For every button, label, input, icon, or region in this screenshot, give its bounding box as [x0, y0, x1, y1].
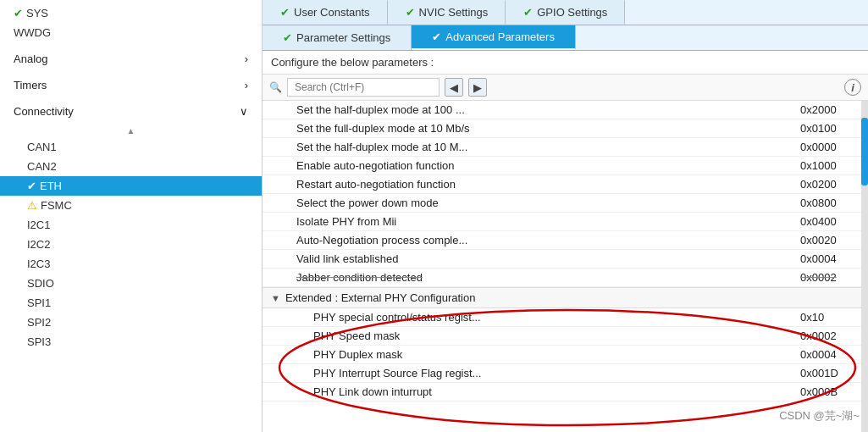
sub-param-name: PHY Duplex mask	[313, 348, 800, 361]
watermark: CSDN @芫~湖~	[779, 408, 860, 424]
nav-next-button[interactable]: ▶	[468, 78, 487, 97]
param-row: Set the full-duplex mode at 10 Mb/s 0x01…	[263, 119, 868, 138]
param-name: Set the half-duplex mode at 100 ...	[296, 103, 800, 116]
tabs-row1: ✔ User Constants ✔ NVIC Settings ✔ GPIO …	[263, 0, 868, 25]
scrollbar-thumb[interactable]	[861, 118, 868, 186]
scrollbar-track[interactable]	[861, 101, 868, 432]
param-name: Enable auto-negotiation function	[296, 159, 800, 172]
sidebar-item-can2[interactable]: CAN2	[0, 157, 262, 176]
sys-label: SYS	[26, 7, 48, 19]
configure-label: Configure the below parameters :	[263, 51, 868, 75]
wwdg-label: WWDG	[14, 26, 51, 39]
sidebar-item-can1[interactable]: CAN1	[0, 137, 262, 157]
param-name: Set the full-duplex mode at 10 Mb/s	[296, 122, 800, 135]
tab-user-constants-label: User Constants	[294, 6, 370, 19]
param-name: Auto-Negotiation process comple...	[296, 234, 800, 246]
spi3-label: SPI3	[27, 335, 51, 348]
param-row: Auto-Negotiation process comple... 0x002…	[263, 231, 868, 250]
tab-nvic-settings[interactable]: ✔ NVIC Settings	[388, 0, 506, 25]
eth-check-icon: ✔	[27, 180, 36, 192]
info-button[interactable]: i	[844, 79, 861, 96]
chevron-down-icon: ∨	[240, 105, 248, 118]
sdio-label: SDIO	[27, 277, 54, 290]
sidebar-top: ✔ SYS WWDG	[0, 0, 262, 46]
param-value: 0x0400	[800, 215, 860, 228]
param-value: 0x2000	[800, 103, 860, 116]
tab-parameter-settings[interactable]: ✔ Parameter Settings	[263, 25, 412, 50]
extended-section-header[interactable]: ▼ Extended : External PHY Configuration	[263, 287, 868, 308]
tab-parameter-settings-label: Parameter Settings	[296, 31, 390, 44]
param-name: Restart auto-negotiation function	[296, 178, 800, 191]
sub-param-name: PHY Link down inturrupt	[313, 385, 800, 398]
sidebar-item-sdio[interactable]: SDIO	[0, 274, 262, 293]
tab-check-icon: ✔	[432, 30, 441, 43]
can1-label: CAN1	[27, 141, 57, 153]
sub-param-row: PHY special control/status regist... 0x1…	[263, 308, 868, 327]
sidebar: ✔ SYS WWDG Analog › Timers › Connectivit…	[0, 0, 263, 432]
timers-label: Timers	[14, 79, 47, 91]
collapse-icon: ▼	[271, 293, 280, 303]
param-value: 0x0800	[800, 197, 860, 209]
search-bar: 🔍 ◀ ▶ i	[263, 75, 868, 101]
tab-advanced-parameters[interactable]: ✔ Advanced Parameters	[412, 25, 576, 50]
tab-check-icon: ✔	[523, 6, 533, 19]
param-value: 0x0002	[800, 271, 860, 284]
eth-label: ETH	[40, 180, 62, 192]
extended-section-label: Extended : External PHY Configuration	[285, 291, 476, 304]
sidebar-item-sys[interactable]: ✔ SYS	[0, 3, 262, 23]
prev-icon: ◀	[450, 81, 458, 94]
main-content: ✔ User Constants ✔ NVIC Settings ✔ GPIO …	[263, 0, 868, 432]
fsmc-label: FSMC	[41, 199, 72, 212]
sidebar-item-i2c3[interactable]: I2C3	[0, 254, 262, 274]
chevron-right-icon: ›	[245, 79, 248, 91]
scroll-up-arrow[interactable]: ▲	[0, 125, 262, 137]
sidebar-item-wwdg[interactable]: WWDG	[0, 23, 262, 42]
params-container[interactable]: Set the half-duplex mode at 100 ... 0x20…	[263, 101, 868, 432]
tab-check-icon: ✔	[406, 6, 415, 19]
sub-param-name: PHY special control/status regist...	[313, 311, 800, 324]
sub-param-row: PHY Duplex mask 0x0004	[263, 346, 868, 364]
param-row: Set the half-duplex mode at 10 M... 0x00…	[263, 138, 868, 157]
param-row-strikethrough: Jabber condition detected 0x0002	[263, 269, 868, 287]
i2c2-label: I2C2	[27, 238, 50, 251]
fsmc-warn-icon: ⚠	[27, 199, 37, 212]
sidebar-item-spi3[interactable]: SPI3	[0, 332, 262, 352]
tab-gpio-settings[interactable]: ✔ GPIO Settings	[506, 0, 625, 25]
sidebar-item-eth[interactable]: ✔ ETH	[0, 176, 262, 196]
param-row: Select the power down mode 0x0800	[263, 194, 868, 213]
param-row: Set the half-duplex mode at 100 ... 0x20…	[263, 101, 868, 119]
sub-param-row: PHY Link down inturrupt 0x000B	[263, 383, 868, 402]
param-value: 0x0004	[800, 252, 860, 265]
param-name: Isolate PHY from Mii	[296, 215, 800, 228]
sidebar-section-connectivity[interactable]: Connectivity ∨	[0, 98, 262, 125]
sidebar-section-analog[interactable]: Analog ›	[0, 46, 262, 72]
param-value: 0x0020	[800, 234, 860, 246]
param-name: Select the power down mode	[296, 197, 800, 209]
param-value: 0x0000	[800, 141, 860, 153]
tab-gpio-settings-label: GPIO Settings	[537, 6, 607, 19]
sidebar-item-i2c2[interactable]: I2C2	[0, 235, 262, 254]
param-row: Valid link established 0x0004	[263, 250, 868, 269]
param-row: Enable auto-negotiation function 0x1000	[263, 157, 868, 175]
param-name: Jabber condition detected	[296, 271, 800, 284]
sub-param-value: 0x001D	[800, 367, 860, 379]
tab-user-constants[interactable]: ✔ User Constants	[263, 0, 388, 25]
sub-param-value: 0x000B	[800, 385, 860, 398]
spi1-label: SPI1	[27, 296, 51, 309]
sidebar-item-spi2[interactable]: SPI2	[0, 313, 262, 332]
sidebar-section-timers[interactable]: Timers ›	[0, 72, 262, 98]
sidebar-item-i2c1[interactable]: I2C1	[0, 215, 262, 235]
nav-prev-button[interactable]: ◀	[445, 78, 463, 97]
check-icon: ✔	[14, 7, 23, 19]
search-input[interactable]	[287, 78, 440, 97]
connectivity-label: Connectivity	[14, 105, 74, 118]
tab-advanced-parameters-label: Advanced Parameters	[445, 30, 555, 43]
sidebar-item-spi1[interactable]: SPI1	[0, 293, 262, 313]
sidebar-item-fsmc[interactable]: ⚠ FSMC	[0, 196, 262, 215]
next-icon: ▶	[473, 81, 482, 94]
sub-param-value: 0x0004	[800, 348, 860, 361]
param-value: 0x0100	[800, 122, 860, 135]
search-icon: 🔍	[269, 81, 282, 93]
tab-check-icon: ✔	[283, 31, 292, 44]
sub-param-value: 0x0002	[800, 330, 860, 342]
